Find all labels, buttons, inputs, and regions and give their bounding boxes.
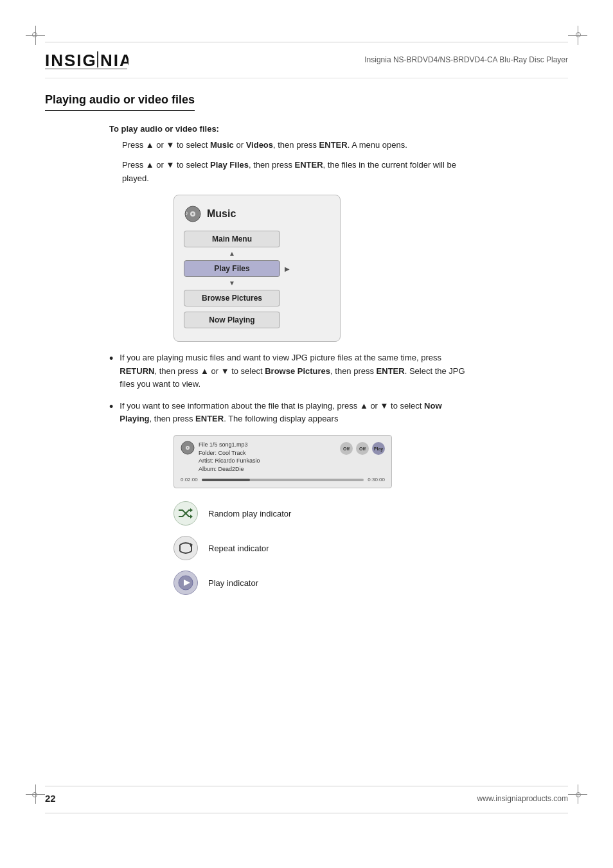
bullet-item-1: • If you are playing music files and wan…	[109, 351, 469, 390]
header-subtitle: Insignia NS-BRDVD4/NS-BRDVD4-CA Blu-Ray …	[364, 55, 568, 64]
play-icon	[177, 574, 194, 591]
section-title: Playing audio or video files	[45, 93, 195, 111]
bullet-text-2: If you want to see information about the…	[120, 400, 469, 425]
arrow-up: ▲	[184, 251, 280, 257]
svg-point-10	[187, 447, 188, 448]
corner-dot-br	[576, 792, 581, 797]
now-playing-screenshot: File 1/5 song1.mp3 Folder: Cool Track Ar…	[173, 435, 392, 488]
np-progress-bar[interactable]	[202, 479, 364, 481]
instruction-text-1: Press ▲ or ▼ to select Music or Videos, …	[122, 139, 482, 152]
random-icon	[177, 505, 194, 522]
random-play-indicator-row: Random play indicator	[173, 501, 568, 526]
header: INSIG NIA Insignia NS-BRDVD4/NS-BRDVD4-C…	[45, 48, 568, 78]
play-files-arrow: ▶	[285, 265, 290, 272]
np-info-text: File 1/5 song1.mp3 Folder: Cool Track Ar…	[199, 441, 260, 473]
np-btn-off1[interactable]: Off	[340, 442, 353, 455]
np-header: File 1/5 song1.mp3 Folder: Cool Track Ar…	[181, 441, 385, 473]
corner-dot-tl	[32, 32, 37, 37]
footer-url: www.insigniaproducts.com	[477, 794, 568, 803]
play-label: Play indicator	[208, 578, 258, 588]
np-time-right: 0:30:00	[368, 477, 385, 483]
menu-items-list: Main Menu ▲ Play Files ▶ ▼ Browse Pictur…	[184, 231, 330, 328]
repeat-label: Repeat indicator	[208, 544, 269, 553]
np-file: File 1/5 song1.mp3	[199, 441, 260, 449]
svg-text:INSIG: INSIG	[45, 51, 97, 70]
menu-item-play-files[interactable]: Play Files	[184, 260, 280, 277]
repeat-icon	[177, 540, 194, 556]
svg-marker-12	[190, 515, 193, 518]
play-icon-container	[173, 571, 198, 595]
top-border	[45, 42, 568, 42]
corner-dot-tr	[576, 32, 581, 37]
music-menu-header: ♪ Music	[184, 205, 330, 223]
svg-point-6	[192, 213, 194, 215]
menu-item-main-menu[interactable]: Main Menu	[184, 231, 280, 247]
play-indicator-row: Play indicator	[173, 571, 568, 595]
footer: 22 www.insigniaproducts.com	[45, 786, 568, 804]
random-play-icon-container	[173, 501, 198, 526]
bullet-text-1: If you are playing music files and want …	[120, 351, 469, 390]
np-artist: Artist: Ricardo Funkasio	[199, 457, 260, 465]
logo-area: INSIG NIA	[45, 48, 129, 71]
arrow-down: ▼	[184, 280, 280, 287]
instruction-label: To play audio or video files:	[109, 124, 568, 134]
repeat-icon-container	[173, 536, 198, 560]
random-play-label: Random play indicator	[208, 509, 291, 518]
bullet-item-2: • If you want to see information about t…	[109, 400, 469, 425]
bullet-list: • If you are playing music files and wan…	[109, 351, 469, 425]
music-menu-title: Music	[207, 208, 236, 220]
main-content: Playing audio or video files To play aud…	[45, 93, 568, 605]
np-disc-icon	[181, 441, 195, 455]
indicators-section: Random play indicator Repeat indicator	[173, 501, 568, 595]
bullet-dot-2: •	[109, 398, 113, 416]
page-number: 22	[45, 793, 56, 804]
svg-text:♪: ♪	[185, 209, 188, 217]
np-folder: Folder: Cool Track	[199, 449, 260, 457]
repeat-indicator-row: Repeat indicator	[173, 536, 568, 560]
svg-marker-11	[190, 508, 193, 512]
music-icon: ♪	[184, 205, 202, 223]
menu-item-now-playing[interactable]: Now Playing	[184, 312, 280, 328]
instruction-text-2: Press ▲ or ▼ to select Play Files, then …	[122, 159, 482, 186]
menu-item-browse-pictures[interactable]: Browse Pictures	[184, 290, 280, 306]
menu-item-play-files-row: Play Files ▶	[184, 260, 280, 277]
np-btn-play[interactable]: Play	[372, 442, 385, 455]
svg-text:NIA: NIA	[100, 51, 129, 70]
bullet-dot-1: •	[109, 350, 113, 368]
np-time-left: 0:02:00	[181, 477, 198, 483]
np-button-group: Off Off Play	[340, 442, 385, 455]
corner-dot-bl	[32, 792, 37, 797]
insignia-logo: INSIG NIA	[45, 48, 129, 71]
np-btn-off2[interactable]: Off	[356, 442, 369, 455]
np-progress-fill	[202, 479, 251, 481]
music-menu-screenshot: ♪ Music Main Menu ▲ Play Files ▶ ▼ Brows…	[173, 195, 341, 342]
np-controls: 0:02:00 0:30:00	[181, 477, 385, 483]
np-album: Album: Dead2Die	[199, 465, 260, 474]
bottom-border	[45, 813, 568, 813]
